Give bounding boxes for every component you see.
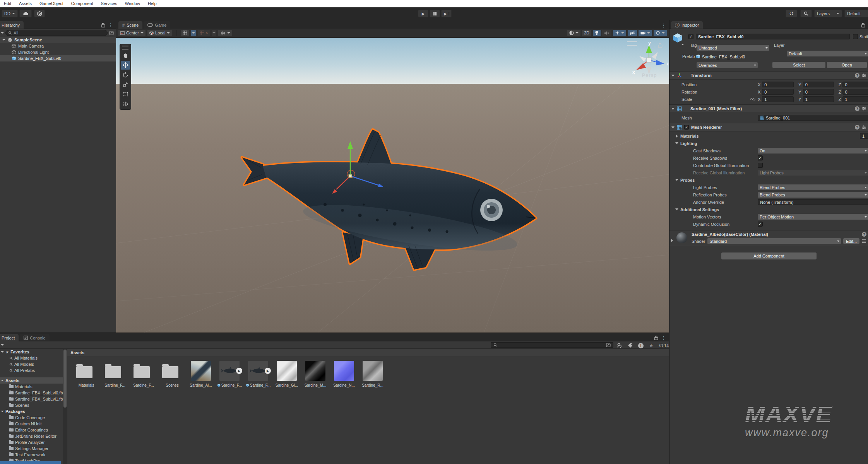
hierarchy-item-main-camera[interactable]: Main Camera — [0, 43, 116, 49]
asset-folder-scenes[interactable]: Scenes — [158, 361, 187, 387]
renderer-enabled-checkbox[interactable]: ✓ — [684, 125, 689, 130]
cloud-button[interactable] — [19, 10, 32, 17]
tree-pkg-settings-manager[interactable]: Settings Manager — [0, 445, 63, 452]
menu-window[interactable]: Window — [121, 1, 144, 6]
asset-folder-materials[interactable]: Materials — [72, 361, 101, 387]
asset-model-fbx-1[interactable]: ▶ Sardine_F... — [244, 361, 272, 387]
rotation-x-field[interactable]: 0 — [762, 89, 794, 95]
grid-opacity-button[interactable] — [218, 30, 232, 36]
mesh-object-field[interactable]: Sardine_001 — [758, 115, 868, 121]
scene-viewport[interactable]: y x z Persp — [116, 38, 669, 333]
view-tool-button[interactable] — [121, 51, 130, 60]
lock-icon[interactable] — [654, 336, 658, 340]
menu-help[interactable]: Help — [144, 1, 161, 6]
transform-tool-button[interactable] — [121, 99, 130, 108]
menu-component[interactable]: Component — [67, 1, 97, 6]
materials-foldout[interactable]: Materials 1 — [669, 132, 868, 140]
tree-pkg-test-framework[interactable]: Test Framework — [0, 452, 63, 458]
tree-folder-sardine0[interactable]: Sardine_FBX_SubLvl0.fbm — [0, 390, 63, 396]
move-tool-button[interactable] — [121, 61, 130, 70]
open-button[interactable]: Open — [827, 62, 867, 68]
tree-assets-root[interactable]: Assets — [0, 377, 63, 384]
hidden-packages-count[interactable]: ∅ 14 — [659, 343, 669, 348]
overrides-dropdown[interactable]: Overrides — [697, 62, 758, 68]
account-dropdown[interactable]: DD — [2, 10, 18, 17]
rect-tool-button[interactable] — [121, 90, 130, 99]
lighting-foldout[interactable]: Lighting — [669, 140, 868, 147]
add-component-button[interactable]: Add Component — [721, 252, 817, 259]
position-z-field[interactable]: 0 — [842, 82, 868, 87]
shader-edit-button[interactable]: Edit... — [843, 238, 859, 244]
preset-icon[interactable] — [862, 125, 866, 130]
grid-axis-dropdown[interactable] — [191, 30, 196, 36]
menu-services[interactable]: Services — [97, 1, 121, 6]
kebab-menu-icon[interactable]: ⋮ — [108, 23, 113, 27]
asset-texture-normal[interactable]: Sardine_N... — [330, 361, 358, 387]
create-dropdown-icon[interactable] — [1, 32, 4, 34]
tab-console[interactable]: Console — [20, 334, 49, 341]
asset-texture-rough[interactable]: Sardine_R... — [358, 361, 387, 387]
tag-dropdown[interactable]: Untagged — [697, 45, 769, 51]
cast-shadows-dropdown[interactable]: On — [758, 148, 868, 154]
mesh-filter-header[interactable]: Sardine_001 (Mesh Filter) ? — [669, 104, 868, 113]
search-by-type-icon[interactable] — [617, 343, 622, 348]
rotation-y-field[interactable]: 0 — [803, 89, 834, 95]
tree-pkg-custom-nunit[interactable]: Custom NUnit — [0, 421, 63, 427]
receive-shadows-checkbox[interactable]: ✓ — [758, 155, 763, 160]
select-button[interactable]: Select — [772, 62, 825, 68]
effects-dropdown[interactable] — [613, 30, 626, 36]
dynamic-occlusion-checkbox[interactable]: ✓ — [758, 222, 763, 227]
scale-y-field[interactable]: 1 — [803, 96, 834, 102]
layout-dropdown[interactable]: Default — [844, 10, 868, 17]
kebab-menu-icon[interactable]: ⋮ — [661, 336, 666, 340]
hierarchy-item-directional-light[interactable]: Directional Light — [0, 49, 116, 55]
pause-button[interactable] — [430, 10, 440, 17]
materials-count-field[interactable]: 1 — [860, 133, 868, 139]
2d-toggle-button[interactable]: 2D — [582, 30, 591, 36]
help-icon[interactable]: ? — [862, 232, 866, 237]
menu-gameobject[interactable]: GameObject — [36, 1, 67, 6]
grid-snap-dropdown[interactable] — [212, 30, 216, 36]
projection-label[interactable]: Persp — [631, 72, 668, 78]
asset-folder-sardine-fbm0[interactable]: Sardine_F... — [101, 361, 129, 387]
rotate-tool-button[interactable] — [121, 70, 130, 79]
pivot-mode-dropdown[interactable]: Center — [118, 30, 146, 36]
picker-window-icon[interactable] — [109, 31, 114, 35]
tree-favorites[interactable]: ★ Favorites — [0, 349, 63, 355]
material-title[interactable]: Sardine_Albedo(BaseColor) (Material) — [692, 232, 768, 237]
help-icon[interactable]: ? — [855, 106, 859, 111]
scene-lighting-toggle[interactable] — [593, 30, 601, 36]
help-icon[interactable]: ? — [855, 73, 859, 78]
scale-x-field[interactable]: 1 — [762, 96, 794, 102]
preset-icon[interactable] — [862, 106, 866, 111]
asset-folder-sardine-fbm1[interactable]: Sardine_F... — [129, 361, 158, 387]
prefab-name[interactable]: Sardine_FBX_SubLvl0 — [702, 55, 745, 59]
tree-pkg-editor-coroutines[interactable]: Editor Coroutines — [0, 427, 63, 433]
search-everywhere-button[interactable] — [800, 10, 812, 17]
tree-folder-scenes[interactable]: Scenes — [0, 402, 63, 408]
play-badge-icon[interactable]: ▶ — [265, 368, 271, 374]
help-icon[interactable]: ? — [855, 125, 859, 130]
tab-hierarchy[interactable]: Hierarchy — [0, 21, 24, 29]
tree-pkg-rider[interactable]: JetBrains Rider Editor — [0, 433, 63, 439]
active-checkbox[interactable]: ✓ — [688, 34, 693, 39]
audio-toggle-button[interactable] — [602, 30, 611, 36]
asset-texture-gloss[interactable]: Sardine_Gl... — [272, 361, 301, 387]
lock-icon[interactable] — [101, 23, 105, 27]
services-button[interactable] — [34, 10, 45, 17]
step-button[interactable]: ▶ — [441, 10, 452, 17]
camera-settings-dropdown[interactable] — [639, 30, 652, 36]
asset-model-fbx-0[interactable]: ▶ Sardine_F... — [215, 361, 244, 387]
transform-header[interactable]: Transform ? — [669, 71, 868, 80]
tree-folder-sardine1[interactable]: Sardine_FBX_SubLvl1.fbm — [0, 396, 63, 402]
search-by-label-icon[interactable] — [628, 343, 633, 348]
tab-scene[interactable]: # Scene — [118, 21, 142, 29]
project-search-input[interactable] — [491, 342, 613, 348]
tree-all-prefabs[interactable]: All Prefabs — [0, 367, 63, 374]
create-dropdown-icon[interactable] — [1, 344, 4, 346]
gameobject-name-field[interactable]: Sardine_FBX_SubLvl0 — [696, 34, 850, 39]
layers-dropdown[interactable]: Layers — [814, 10, 842, 17]
overlay-drag-handle[interactable] — [122, 46, 128, 49]
picker-window-icon[interactable] — [606, 343, 611, 347]
menu-edit[interactable]: Edit — [0, 1, 15, 6]
